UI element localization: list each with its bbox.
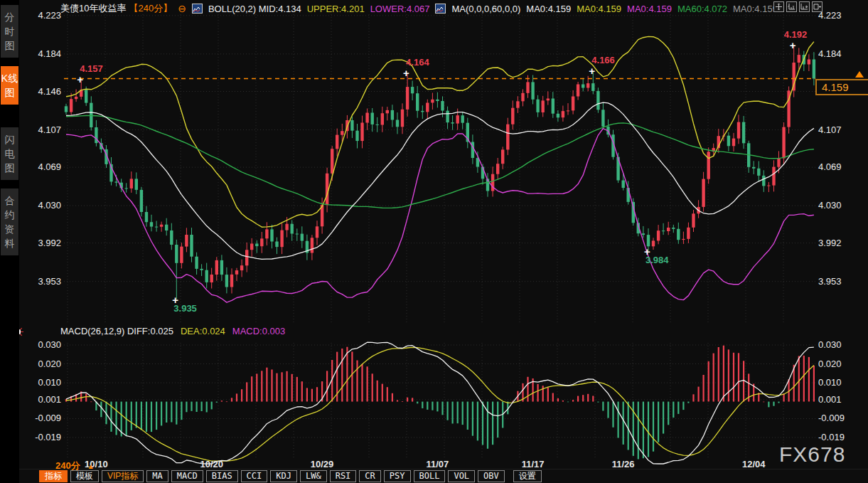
x-axis-date-label: 10/20 [192,459,232,469]
indicator-boll-button[interactable]: BOLL [414,470,446,482]
macd-title-diff: MACD(26,12,9) DIFF:0.025 [60,326,173,336]
main-axis-label-right: 4.184 [818,48,862,59]
last-price-value: 4.159 [822,81,849,93]
ma-mini-chart-icon[interactable] [435,4,446,14]
boll-mini-chart-icon[interactable] [192,4,203,14]
main-axis-label-left: 3.992 [20,238,61,248]
sidebar-item-timeline-chart[interactable]: 分时图 [1,5,18,58]
price-annotation: 4.192 [784,29,808,40]
macd-axis-label-left: 0.030 [20,339,61,350]
macd-dea-value: DEA:0.024 [181,326,225,336]
price-up-arrow-icon [855,71,864,78]
main-axis-label-right: 3.953 [818,276,862,287]
detach-panel-icon[interactable] [812,1,823,12]
macd-axis-label-right: 0.030 [818,339,862,350]
ma-value-4: MA60:4.072 [677,4,727,14]
collapse-icon[interactable]: ⊖ [178,3,186,14]
boll-lower-value: LOWER:4.067 [370,4,430,14]
macd-axis-label-right: -0.019 [818,432,862,442]
fx678-watermark: FX678 [779,442,845,467]
x-axis-date-label: 11/17 [513,459,553,469]
sidebar-item-kline-chart[interactable]: K线图 [1,66,18,105]
settings-button[interactable]: 设置 [513,470,542,482]
ma-value-1: MA0:4.159 [526,4,571,14]
indicator-cci-button[interactable]: CCI [241,470,268,482]
boll-values: BOLL(20,2) MID:4.134 [208,4,301,14]
x-axis-date-label: 12/04 [734,459,773,469]
indicator-macd-button[interactable]: MACD [171,470,203,482]
tab-vip-indicator[interactable]: VIP指标 [102,470,144,482]
period-text: 240分 [55,460,80,471]
indicator-psy-button[interactable]: PSY [384,470,411,482]
axis-scale-right-icon[interactable] [799,1,810,12]
indicator-ma-button[interactable]: MA [146,470,168,482]
sidebar-item-flash-chart[interactable]: 闪电图 [1,127,18,180]
left-tab-strip: 分时图 K线图 闪电图 合约资料 [0,0,19,483]
period-label: 【240分】 [129,2,172,15]
chart-canvas[interactable] [0,0,868,483]
main-axis-label-left: 4.069 [20,161,61,172]
last-price-box: 4.159 [815,79,868,95]
axis-scale-left-icon[interactable] [786,1,797,12]
annotation-cross-icon: + [790,40,796,51]
indicator-kdj-button[interactable]: KDJ [270,470,297,482]
annotation-cross-icon: + [403,68,409,78]
x-axis-date-label: 10/29 [302,459,342,469]
indicator-toolbar: 指标 模板 VIP指标 MA MACD BIAS CCI KDJ LW& RSI… [39,470,542,482]
indicator-bias-button[interactable]: BIAS [206,470,238,482]
symbol-title: 美债10年收益率 [60,2,126,15]
tab-template[interactable]: 模板 [70,470,99,482]
macd-header: MACD(26,12,9) DIFF:0.025 DEA:0.024 MACD:… [60,326,285,336]
main-axis-label-right: 4.223 [818,10,862,21]
price-annotation: 4.157 [80,63,103,74]
trading-terminal: 分时图 K线图 闪电图 合约资料 美债10年收益率 【240分】 ⊖ BOLL(… [0,0,868,483]
macd-axis-label-left: 0.001 [20,394,61,405]
indicator-cr-button[interactable]: CR [359,470,380,482]
annotation-cross-icon: + [589,65,595,76]
chart-header: 美债10年收益率 【240分】 ⊖ BOLL(20,2) MID:4.134 U… [60,2,778,15]
main-axis-label-left: 4.223 [20,10,61,21]
pan-icon[interactable] [773,1,784,12]
indicator-lw-button[interactable]: LW& [300,470,327,482]
boll-upper-value: UPPER:4.201 [307,4,365,14]
x-axis-date-label: 11/26 [604,459,643,469]
main-axis-label-left: 3.953 [20,276,61,287]
macd-axis-label-left: 0.020 [20,359,61,369]
macd-axis-label-right: 0.010 [818,377,862,388]
main-axis-label-left: 4.184 [20,48,61,59]
macd-axis-label-left: -0.019 [20,432,61,442]
macd-axis-label-right: 0.020 [818,359,862,369]
ma-params: MA(0,0,0,60,0,0) [451,4,520,14]
main-axis-label-right: 4.069 [818,161,862,172]
main-axis-label-left: 4.146 [20,86,61,97]
main-axis-label-left: 4.030 [20,200,61,211]
chart-window-controls [773,1,823,12]
period-arrow-icon: ▲ [87,462,95,470]
indicator-obv-button[interactable]: OBV [478,470,505,482]
ma-value-2: MA0:4.159 [577,4,621,14]
macd-value: MACD:0.003 [232,326,285,336]
price-annotation: 3.935 [173,303,197,314]
macd-axis-label-left: -0.009 [20,413,61,423]
annotation-cross-icon: + [77,74,83,85]
macd-axis-label-right: -0.009 [818,413,862,423]
macd-axis-label-right: 0.001 [818,394,862,405]
main-axis-label-right: 4.107 [818,124,862,135]
tab-indicator[interactable]: 指标 [39,470,68,482]
price-annotation: 3.984 [645,255,669,265]
macd-axis-label-left: 0.010 [20,377,61,388]
price-annotation: 4.164 [406,57,429,68]
main-axis-label-right: 3.992 [818,238,862,248]
ma-value-5: MA0:4.159 [733,4,778,14]
price-annotation: 4.166 [591,55,615,65]
indicator-rsi-button[interactable]: RSI [330,470,357,482]
main-axis-label-right: 4.030 [818,200,862,211]
sidebar-item-contract-info[interactable]: 合约资料 [1,189,18,255]
ma-value-3: MA0:4.159 [627,4,672,14]
indicator-vol-button[interactable]: VOL [448,470,475,482]
main-axis-label-left: 4.107 [20,124,61,135]
x-axis-date-label: 11/07 [417,459,457,469]
